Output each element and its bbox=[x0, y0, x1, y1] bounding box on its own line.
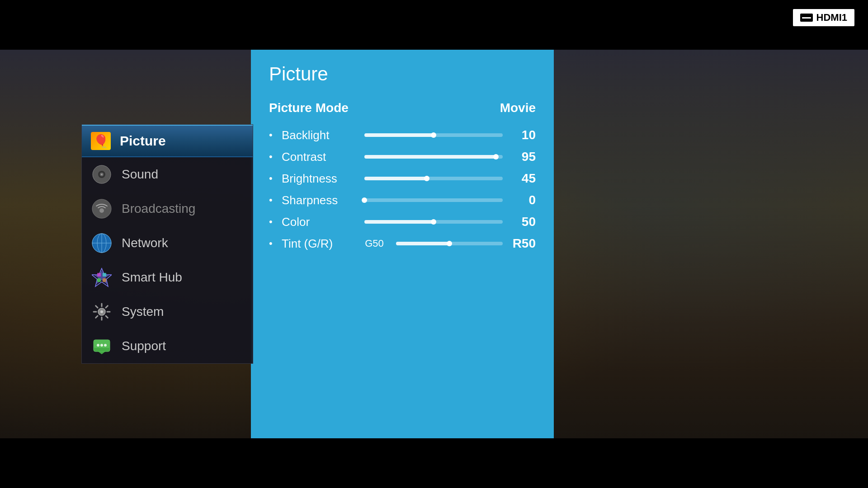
sidebar-item-broadcasting[interactable]: Broadcasting bbox=[82, 192, 253, 226]
svg-rect-15 bbox=[97, 278, 101, 282]
sidebar-item-label-broadcasting: Broadcasting bbox=[122, 202, 195, 216]
backlight-thumb bbox=[431, 132, 436, 138]
backlight-slider[interactable] bbox=[364, 133, 503, 137]
tint-thumb bbox=[447, 241, 452, 246]
color-row[interactable]: • Color 50 bbox=[269, 215, 536, 229]
color-slider[interactable] bbox=[364, 220, 503, 224]
letterbox-bottom bbox=[0, 438, 868, 488]
picture-icon: 🎈 bbox=[91, 132, 111, 150]
brightness-slider[interactable] bbox=[364, 177, 503, 180]
svg-rect-14 bbox=[103, 273, 106, 277]
tint-slider[interactable] bbox=[396, 242, 503, 245]
picture-mode-value: Movie bbox=[500, 101, 536, 115]
sidebar-item-support[interactable]: Support bbox=[82, 329, 253, 363]
smarthub-icon bbox=[91, 267, 113, 288]
svg-point-3 bbox=[101, 174, 103, 175]
contrast-slider[interactable] bbox=[364, 155, 503, 159]
svg-line-24 bbox=[106, 316, 108, 318]
brightness-label: Brightness bbox=[282, 172, 356, 186]
contrast-label: Contrast bbox=[282, 150, 356, 164]
sidebar-menu: 🎈 Picture Sound bbox=[81, 124, 253, 364]
tint-bullet: • bbox=[269, 238, 277, 249]
picture-mode-row[interactable]: Picture Mode Movie bbox=[269, 101, 536, 119]
support-icon bbox=[91, 335, 113, 357]
contrast-row[interactable]: • Contrast 95 bbox=[269, 150, 536, 164]
sidebar-item-label-network: Network bbox=[122, 236, 168, 250]
svg-point-5 bbox=[99, 208, 104, 213]
sidebar-item-label-smarthub: Smart Hub bbox=[122, 270, 182, 285]
tint-row[interactable]: • Tint (G/R) G50 R50 bbox=[269, 236, 536, 251]
svg-line-26 bbox=[96, 316, 98, 318]
contrast-value: 95 bbox=[511, 150, 536, 164]
sound-icon bbox=[91, 164, 113, 185]
hdmi-label: HDMI1 bbox=[816, 12, 847, 23]
hdmi-icon bbox=[800, 14, 813, 22]
panel-title: Picture bbox=[269, 63, 536, 89]
svg-marker-29 bbox=[98, 352, 105, 354]
color-value: 50 bbox=[511, 215, 536, 229]
brightness-value: 45 bbox=[511, 171, 536, 186]
brightness-row[interactable]: • Brightness 45 bbox=[269, 171, 536, 186]
content-area: 🎈 Picture Sound bbox=[0, 50, 868, 438]
sidebar-item-system[interactable]: System bbox=[82, 295, 253, 329]
contrast-thumb bbox=[493, 154, 499, 160]
brightness-bullet: • bbox=[269, 173, 277, 184]
color-thumb bbox=[431, 219, 436, 225]
sharpness-slider[interactable] bbox=[364, 198, 503, 202]
svg-point-18 bbox=[100, 310, 103, 313]
sharpness-bullet: • bbox=[269, 194, 277, 206]
backlight-label: Backlight bbox=[282, 128, 356, 142]
picture-mode-label: Picture Mode bbox=[269, 101, 349, 115]
color-label: Color bbox=[282, 215, 356, 229]
tint-label: Tint (G/R) bbox=[282, 237, 356, 251]
sidebar-item-smarthub[interactable]: Smart Hub bbox=[82, 260, 253, 295]
sharpness-thumb bbox=[362, 197, 367, 203]
svg-rect-13 bbox=[97, 273, 101, 277]
brightness-thumb bbox=[424, 176, 429, 181]
system-icon bbox=[91, 301, 113, 323]
color-bullet: • bbox=[269, 216, 277, 228]
sharpness-label: Sharpness bbox=[282, 193, 356, 207]
svg-rect-16 bbox=[103, 278, 106, 282]
svg-point-30 bbox=[97, 344, 99, 347]
backlight-fill bbox=[364, 133, 434, 137]
backlight-row[interactable]: • Backlight 10 bbox=[269, 128, 536, 142]
svg-point-32 bbox=[104, 344, 107, 347]
sidebar-item-label-system: System bbox=[122, 305, 164, 319]
sidebar-item-label-sound: Sound bbox=[122, 167, 158, 182]
color-fill bbox=[364, 220, 434, 224]
sharpness-row[interactable]: • Sharpness 0 bbox=[269, 193, 536, 207]
svg-point-31 bbox=[100, 344, 103, 347]
right-panel: Picture Picture Mode Movie • Backlight 1… bbox=[251, 50, 554, 438]
sidebar-item-network[interactable]: Network bbox=[82, 226, 253, 260]
contrast-bullet: • bbox=[269, 151, 277, 163]
sidebar-item-picture[interactable]: 🎈 Picture bbox=[82, 125, 253, 157]
tint-g-label: G50 bbox=[361, 238, 388, 249]
backlight-value: 10 bbox=[511, 128, 536, 142]
contrast-fill bbox=[364, 155, 496, 159]
sharpness-value: 0 bbox=[511, 193, 536, 207]
tint-fill bbox=[396, 242, 449, 245]
brightness-fill bbox=[364, 177, 427, 180]
letterbox-top bbox=[0, 0, 868, 50]
svg-line-25 bbox=[106, 306, 108, 308]
sidebar-item-sound[interactable]: Sound bbox=[82, 157, 253, 192]
backlight-bullet: • bbox=[269, 129, 277, 141]
svg-line-23 bbox=[96, 306, 98, 308]
network-icon bbox=[91, 232, 113, 254]
hdmi-badge: HDMI1 bbox=[793, 9, 854, 26]
broadcasting-icon bbox=[91, 198, 113, 220]
sidebar-item-label-picture: Picture bbox=[120, 133, 166, 149]
sidebar-item-label-support: Support bbox=[122, 339, 166, 353]
tint-r-value: R50 bbox=[511, 236, 536, 251]
